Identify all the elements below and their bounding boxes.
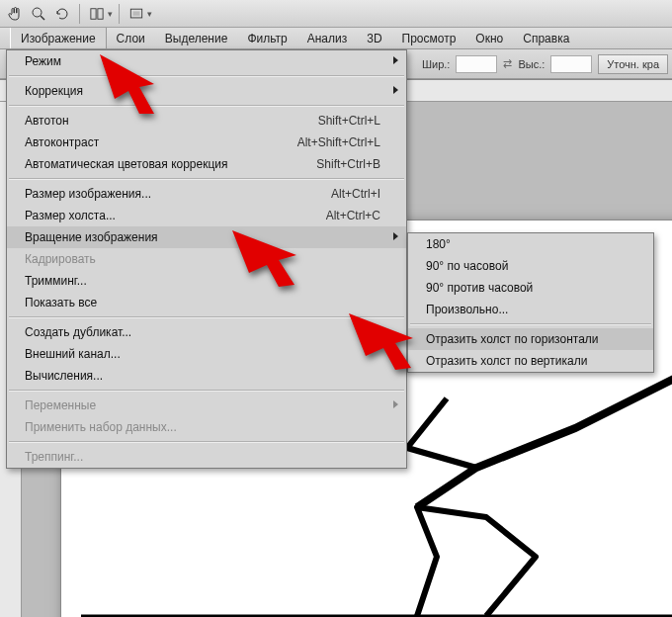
chevron-down-icon[interactable]: ▾ [147, 9, 152, 19]
hand-tool-icon[interactable] [4, 3, 26, 25]
menu-image-size[interactable]: Размер изображения...Alt+Ctrl+I [7, 183, 406, 205]
submenu-arrow-icon [393, 86, 398, 94]
svg-rect-3 [98, 8, 103, 19]
menu-apply-dataset: Применить набор данных... [7, 416, 406, 438]
menu-layers[interactable]: Слои [107, 28, 155, 48]
rotate-90-cw[interactable]: 90° по часовой [408, 255, 653, 277]
width-input[interactable] [456, 55, 497, 73]
menu-select[interactable]: Выделение [155, 28, 238, 48]
menu-variables: Переменные [7, 395, 406, 416]
screen-mode-icon[interactable] [126, 3, 147, 25]
svg-point-0 [33, 8, 42, 17]
menu-reveal-all[interactable]: Показать все [7, 292, 406, 313]
main-menubar: Изображение Слои Выделение Фильтр Анализ… [0, 28, 672, 49]
rotate-arbitrary[interactable]: Произвольно... [408, 299, 653, 320]
rotate-180[interactable]: 180° [408, 233, 653, 255]
app-tool-strip: ▾ ▾ [0, 0, 672, 28]
chevron-down-icon[interactable]: ▾ [108, 9, 113, 19]
menu-image[interactable]: Изображение [10, 28, 107, 48]
menu-window[interactable]: Окно [465, 28, 513, 48]
submenu-arrow-icon [393, 56, 398, 64]
svg-line-1 [41, 16, 44, 20]
menu-duplicate[interactable]: Создать дубликат... [7, 321, 406, 343]
menu-image-rotation[interactable]: Вращение изображения [7, 226, 406, 248]
menu-3d[interactable]: 3D [357, 28, 391, 48]
menu-apply-image[interactable]: Внешний канал... [7, 343, 406, 365]
rotate-90-ccw[interactable]: 90° против часовой [408, 277, 653, 299]
menu-mode[interactable]: Режим [7, 50, 406, 72]
flip-canvas-horizontal[interactable]: Отразить холст по горизонтали [408, 328, 653, 350]
menu-calculations[interactable]: Вычисления... [7, 365, 406, 387]
svg-rect-5 [133, 11, 140, 15]
rotate-view-icon[interactable] [51, 3, 73, 25]
menu-auto-color[interactable]: Автоматическая цветовая коррекцияShift+C… [7, 153, 406, 175]
menu-crop: Кадрировать [7, 248, 406, 270]
menu-trim[interactable]: Тримминг... [7, 270, 406, 292]
image-rotation-submenu: 180° 90° по часовой 90° против часовой П… [407, 232, 654, 373]
flip-canvas-vertical[interactable]: Отразить холст по вертикали [408, 350, 653, 372]
menu-filter[interactable]: Фильтр [237, 28, 296, 48]
menu-adjustments[interactable]: Коррекция [7, 80, 406, 102]
submenu-arrow-icon [393, 232, 398, 240]
menu-auto-tone[interactable]: АвтотонShift+Ctrl+L [7, 110, 406, 132]
submenu-arrow-icon [393, 400, 398, 408]
refine-edge-button[interactable]: Уточн. кра [598, 54, 668, 74]
svg-rect-2 [91, 8, 96, 19]
menu-auto-contrast[interactable]: АвтоконтрастAlt+Shift+Ctrl+L [7, 132, 406, 153]
arrange-docs-icon[interactable] [86, 3, 108, 25]
zoom-tool-icon[interactable] [28, 3, 49, 25]
width-label: Шир.: [422, 58, 450, 70]
toolbar-separator [119, 4, 120, 24]
menu-help[interactable]: Справка [513, 28, 579, 48]
height-input[interactable] [550, 55, 592, 73]
swap-dimensions-icon[interactable]: ⇄ [503, 57, 512, 70]
menu-trap: Треппинг... [7, 446, 406, 468]
menu-view[interactable]: Просмотр [392, 28, 466, 48]
menu-canvas-size[interactable]: Размер холста...Alt+Ctrl+C [7, 205, 406, 226]
image-menu-dropdown: Режим Коррекция АвтотонShift+Ctrl+L Авто… [6, 49, 407, 469]
toolbar-separator [79, 4, 80, 24]
menu-analysis[interactable]: Анализ [297, 28, 358, 48]
height-label: Выс.: [518, 58, 545, 70]
